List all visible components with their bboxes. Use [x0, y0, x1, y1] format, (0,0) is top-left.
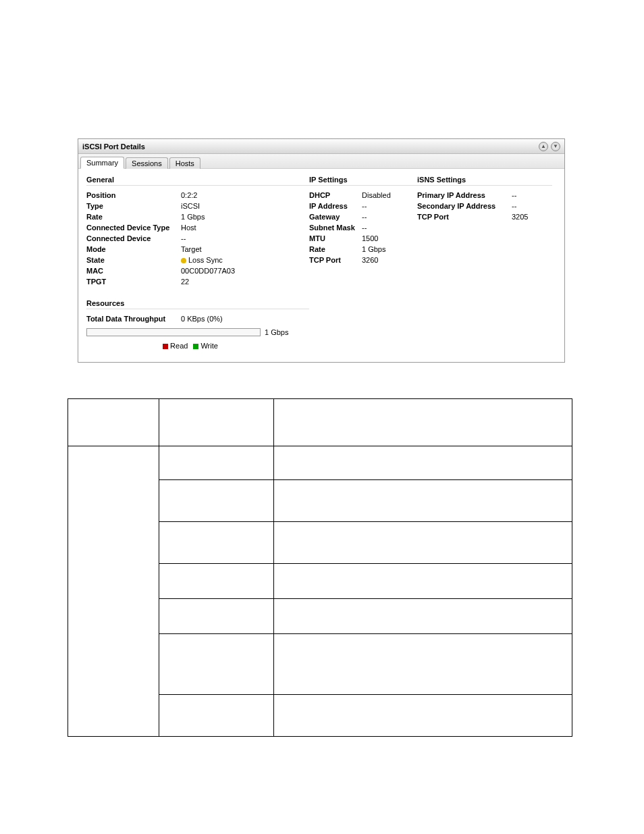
table-desc-cell: [273, 695, 572, 737]
kv-row: Rate1 Gbps: [309, 244, 417, 255]
collapse-down-icon[interactable]: ▼: [551, 142, 560, 151]
kv-row: StateLoss Sync: [86, 255, 309, 265]
kv-value: 1 Gbps: [181, 213, 205, 221]
panel-titlebar: iSCSI Port Details ▲ ▼: [78, 139, 564, 154]
kv-key: TCP Port: [417, 213, 512, 221]
table-field-cell: [159, 695, 273, 737]
panel-title: iSCSI Port Details: [82, 142, 536, 151]
table-desc-cell: [273, 446, 572, 480]
kv-value: Disabled: [362, 191, 391, 199]
table-section-cell: [68, 446, 159, 737]
kv-value: 1500: [362, 234, 378, 242]
throughput-value: 0 KBps (0%): [181, 315, 223, 323]
throughput-legend: ReadWrite: [86, 342, 289, 350]
legend-label: Write: [200, 342, 217, 350]
tab-summary[interactable]: Summary: [80, 157, 124, 169]
collapse-up-icon[interactable]: ▲: [539, 142, 548, 151]
kv-key: Secondary IP Address: [417, 202, 512, 210]
legend-swatch-icon: [163, 344, 168, 349]
general-header: General: [86, 176, 309, 186]
kv-key: Connected Device: [86, 234, 181, 242]
kv-row: Rate1 Gbps: [86, 211, 309, 222]
kv-row: Connected Device TypeHost: [86, 222, 309, 233]
kv-key: Mode: [86, 245, 181, 253]
kv-row: Secondary IP Address--: [417, 201, 552, 211]
kv-value: 3260: [362, 256, 378, 264]
ip-settings-header: IP Settings: [309, 176, 417, 186]
table-field-cell: [159, 634, 273, 695]
kv-value: 22: [181, 278, 189, 286]
table-header-cell: [159, 399, 273, 446]
kv-row: TCP Port3260: [309, 255, 417, 265]
kv-key: Gateway: [309, 213, 362, 221]
kv-row: MAC00C0DD077A03: [86, 265, 309, 276]
kv-key: Primary IP Address: [417, 191, 512, 199]
kv-row: TCP Port3205: [417, 211, 552, 222]
kv-key: Connected Device Type: [86, 224, 181, 232]
table-desc-cell: [273, 564, 572, 599]
kv-value: Target: [181, 245, 202, 253]
kv-value: --: [181, 234, 186, 242]
kv-key: Subnet Mask: [309, 224, 362, 232]
kv-key: Type: [86, 202, 181, 210]
general-column: General Position0:2:2TypeiSCSIRate1 Gbps…: [86, 176, 309, 350]
kv-key: MTU: [309, 234, 362, 242]
throughput-bar-max: 1 Gbps: [265, 328, 288, 336]
kv-value: 3205: [512, 213, 528, 221]
isns-settings-column: iSNS Settings Primary IP Address--Second…: [417, 176, 552, 350]
table-desc-cell: [273, 599, 572, 634]
throughput-bar-row: 1 Gbps: [86, 328, 309, 336]
kv-value: --: [362, 224, 367, 232]
kv-value: 0:2:2: [181, 191, 197, 199]
wireframe-table: [68, 398, 572, 737]
table-header-cell: [68, 399, 159, 446]
throughput-bar: [86, 328, 261, 336]
kv-row: ModeTarget: [86, 244, 309, 255]
table-field-cell: [159, 599, 273, 634]
kv-row: Subnet Mask--: [309, 222, 417, 233]
throughput-row: Total Data Throughput 0 KBps (0%): [86, 313, 309, 324]
kv-value: --: [512, 191, 516, 199]
legend-swatch-icon: [193, 344, 198, 349]
table-header-cell: [273, 399, 572, 446]
table-field-cell: [159, 522, 273, 564]
table-desc-cell: [273, 522, 572, 564]
table-desc-cell: [273, 480, 572, 522]
resources-header: Resources: [86, 299, 309, 309]
kv-row: TPGT22: [86, 276, 309, 287]
panel-body: General Position0:2:2TypeiSCSIRate1 Gbps…: [78, 169, 564, 362]
ip-settings-column: IP Settings DHCPDisabledIP Address--Gate…: [309, 176, 417, 350]
kv-value: --: [362, 202, 367, 210]
tab-sessions[interactable]: Sessions: [126, 157, 168, 169]
kv-key: MAC: [86, 267, 181, 275]
kv-row: MTU1500: [309, 233, 417, 244]
kv-value: 1 Gbps: [362, 245, 385, 253]
kv-key: Position: [86, 191, 181, 199]
throughput-label: Total Data Throughput: [86, 315, 181, 323]
kv-row: DHCPDisabled: [309, 190, 417, 201]
status-dot-icon: [181, 258, 186, 263]
kv-row: Position0:2:2: [86, 190, 309, 201]
kv-key: Rate: [86, 213, 181, 221]
kv-value: --: [362, 213, 367, 221]
kv-key: TPGT: [86, 278, 181, 286]
kv-value: 00C0DD077A03: [181, 267, 235, 275]
tabstrip: Summary Sessions Hosts: [78, 154, 564, 169]
kv-value: Loss Sync: [181, 256, 223, 264]
isns-settings-header: iSNS Settings: [417, 176, 552, 186]
resources-section: Resources Total Data Throughput 0 KBps (…: [86, 299, 309, 350]
kv-key: TCP Port: [309, 256, 362, 264]
table-desc-cell: [273, 634, 572, 695]
kv-value: Host: [181, 224, 196, 232]
legend-label: Read: [170, 342, 188, 350]
kv-row: Gateway--: [309, 211, 417, 222]
kv-row: TypeiSCSI: [86, 201, 309, 211]
table-field-cell: [159, 446, 273, 480]
kv-key: State: [86, 256, 181, 264]
kv-row: Connected Device--: [86, 233, 309, 244]
kv-key: IP Address: [309, 202, 362, 210]
kv-value: --: [512, 202, 516, 210]
kv-row: IP Address--: [309, 201, 417, 211]
table-field-cell: [159, 564, 273, 599]
tab-hosts[interactable]: Hosts: [169, 157, 200, 169]
